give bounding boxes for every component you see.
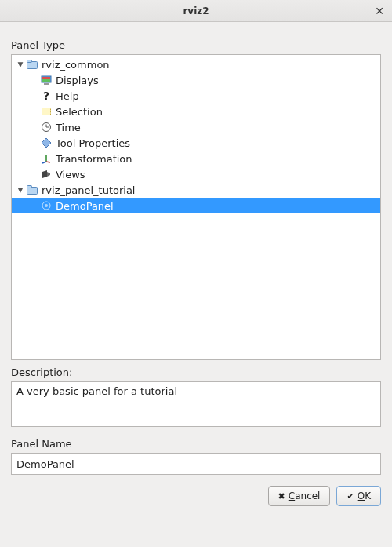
tree-item-label: Help — [56, 90, 79, 102]
tree-group-rviz-panel-tutorial[interactable]: ▼ rviz_panel_tutorial — [12, 182, 380, 198]
tree-item-selection[interactable]: Selection — [12, 104, 380, 119]
svg-marker-16 — [47, 172, 50, 177]
tree-item-label: DemoPanel — [56, 200, 114, 212]
expand-icon[interactable]: ▼ — [15, 186, 26, 194]
svg-marker-15 — [42, 170, 47, 178]
folder-icon — [26, 58, 38, 71]
close-button[interactable]: ✕ — [372, 3, 387, 19]
svg-rect-6 — [42, 108, 51, 115]
panel-name-input[interactable] — [11, 453, 381, 475]
help-icon: ? — [40, 89, 53, 102]
svg-rect-4 — [42, 79, 50, 82]
tree-item-time[interactable]: Time — [12, 119, 380, 135]
tree-group-rviz-common[interactable]: ▼ rviz_common — [12, 57, 380, 72]
dialog-buttons: ✖ Cancel ✔ OK — [11, 486, 381, 506]
svg-rect-18 — [27, 186, 32, 188]
tree-item-demopanel[interactable]: DemoPanel — [12, 198, 380, 213]
svg-rect-3 — [42, 77, 50, 79]
svg-rect-1 — [27, 60, 32, 63]
tree-group-label: rviz_panel_tutorial — [42, 184, 135, 196]
tree-item-label: Displays — [56, 75, 99, 86]
cancel-button[interactable]: ✖ Cancel — [268, 486, 331, 506]
tree-item-label: Tool Properties — [56, 137, 130, 149]
cancel-label-rest: ancel — [295, 490, 320, 501]
tree-item-label: Transformation — [56, 153, 132, 165]
close-icon: ✕ — [375, 5, 384, 17]
tree-item-help[interactable]: ? Help — [12, 88, 380, 104]
selection-icon — [40, 105, 53, 118]
svg-line-13 — [46, 162, 50, 162]
ok-label-rest: K — [365, 490, 371, 501]
svg-line-14 — [42, 162, 46, 163]
time-icon — [40, 121, 53, 133]
tree-item-tool-properties[interactable]: Tool Properties — [12, 135, 380, 151]
tree-group-label: rviz_common — [42, 59, 110, 71]
tree-item-transformation[interactable]: Transformation — [12, 151, 380, 166]
panel-name-label: Panel Name — [11, 438, 381, 450]
svg-point-20 — [45, 204, 48, 207]
svg-marker-11 — [42, 138, 51, 148]
tree-item-displays[interactable]: Displays — [12, 72, 380, 88]
panel-type-label: Panel Type — [11, 39, 381, 51]
views-icon — [40, 168, 53, 181]
expand-icon[interactable]: ▼ — [15, 60, 26, 68]
titlebar: rviz2 ✕ — [0, 0, 392, 22]
folder-icon — [26, 184, 38, 196]
displays-icon — [40, 74, 53, 86]
ok-button[interactable]: ✔ OK — [336, 486, 381, 506]
tree-item-views[interactable]: Views — [12, 166, 380, 182]
window-title: rviz2 — [0, 5, 392, 16]
svg-rect-5 — [44, 83, 49, 85]
tool-properties-icon — [40, 137, 53, 149]
tree-item-label: Time — [56, 122, 81, 133]
tree-item-label: Selection — [56, 106, 103, 118]
ok-icon: ✔ — [347, 491, 354, 501]
demo-panel-icon — [40, 199, 53, 212]
description-text: A very basic panel for a tutorial — [16, 385, 177, 397]
tree-item-label: Views — [56, 169, 85, 181]
transformation-icon — [40, 152, 53, 165]
panel-type-tree[interactable]: ▼ rviz_common Displays ? Help Selection — [11, 54, 381, 360]
cancel-icon: ✖ — [278, 491, 285, 501]
description-label: Description: — [11, 366, 381, 378]
description-box: A very basic panel for a tutorial — [11, 381, 381, 427]
